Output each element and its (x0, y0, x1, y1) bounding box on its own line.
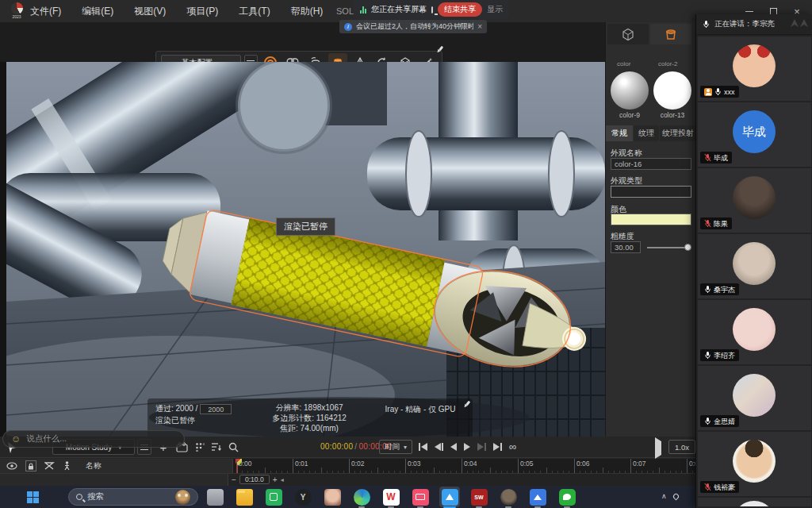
lock-icon[interactable] (25, 460, 36, 471)
emoji-icon[interactable]: ☺ (11, 433, 21, 444)
menu-item[interactable]: 文件(F) (30, 5, 61, 18)
viewport-3d-scene[interactable]: 渲染已暂停 通过: 2000 / 2000 渲染已暂停 分辨率: 1898x10… (6, 62, 605, 437)
timeline-zoom-row: − 0:10.0 + ◂ (0, 473, 812, 486)
menu-item[interactable]: 帮助(H) (291, 5, 324, 18)
skip-end-button[interactable] (493, 443, 502, 451)
playback-speed-dropdown[interactable]: 1.0x (668, 440, 695, 454)
participant-avatar (733, 176, 776, 219)
visibility-eye-icon[interactable] (6, 462, 17, 470)
meeting-header: 正在讲话：李宗亮 (696, 14, 812, 35)
participant-tile[interactable] (698, 498, 811, 506)
step-forward-button[interactable] (477, 443, 486, 451)
play-reverse-button[interactable] (450, 443, 457, 451)
appearance-type-dropdown[interactable] (611, 186, 691, 198)
passes-input[interactable]: 2000 (200, 404, 232, 414)
taskbar-app-wechat[interactable] (557, 487, 577, 507)
roughness-slider[interactable] (647, 247, 690, 248)
tab-models[interactable] (607, 24, 649, 44)
participant-tile[interactable]: 钱裕豪 (698, 432, 811, 496)
slider-handle[interactable] (684, 244, 691, 251)
ruler-label: 0:05 (520, 460, 534, 468)
participant-tile[interactable]: 毕成毕成 (698, 102, 811, 167)
curve-zigzag-icon[interactable] (44, 462, 55, 470)
participant-avatar (733, 440, 776, 483)
timeline-zoom-input[interactable]: 0:10.0 (239, 475, 270, 484)
step-back-button[interactable] (435, 443, 443, 451)
participant-name-chip: 李绍齐 (700, 349, 739, 361)
taskbar-app-contact[interactable] (322, 487, 343, 507)
polygons-text: 多边形计数: 1164212 (272, 414, 347, 422)
taskbar-app-folder[interactable] (234, 487, 255, 507)
toast-close-icon[interactable]: × (477, 22, 482, 31)
tray-chevron-up-icon[interactable]: ∧ (661, 492, 667, 500)
taskbar-app-sw[interactable]: SW (469, 487, 489, 507)
ruler-label: 0:01 (295, 460, 308, 468)
host-badge-icon (704, 88, 712, 96)
swatch-label-partial: color (617, 60, 630, 67)
ruler-label: 0:07 (633, 460, 646, 468)
flag-icon[interactable] (655, 441, 661, 456)
search-input[interactable]: 搜索 (68, 488, 198, 506)
participant-tile[interactable]: 陈果 (698, 168, 811, 233)
tab-texture-mapping[interactable]: 纹理投射 (660, 125, 696, 141)
search-icon[interactable] (225, 439, 241, 455)
mic-on-icon (704, 351, 711, 360)
animation-walk-icon[interactable] (63, 461, 71, 471)
ruler-label: 0:03 (408, 460, 421, 468)
person-dark-icon (500, 489, 517, 506)
participant-name: 陈果 (714, 220, 728, 228)
mic-muted-icon (704, 153, 711, 162)
participant-avatar (733, 308, 776, 351)
taskbar-app-store[interactable] (263, 487, 284, 507)
mic-on-icon (703, 20, 710, 29)
menu-item[interactable]: 视图(V) (134, 5, 166, 18)
time-mode-dropdown[interactable]: 时间 ▾ (379, 440, 412, 454)
timeline-zoom-controls: − 0:10.0 + ◂ (232, 475, 284, 484)
menu-item[interactable]: 编辑(E) (82, 5, 113, 18)
taskbar-app-pink-app[interactable] (410, 487, 431, 507)
tab-texture[interactable]: 纹理 (634, 125, 659, 141)
pc-icon (207, 489, 224, 506)
start-button[interactable] (27, 491, 39, 503)
participant-tile[interactable]: 金思婧 (698, 366, 811, 430)
search-highlight-owl-icon[interactable] (175, 490, 190, 505)
sort-button[interactable] (209, 439, 224, 455)
taskbar-app-person-dark[interactable] (498, 487, 519, 507)
taskbar: 搜索 YWSW ∧ (0, 486, 812, 508)
swatch-sphere-color-13[interactable] (653, 71, 691, 110)
taskbar-app-pc[interactable] (205, 487, 225, 507)
taskbar-app-meeting[interactable] (439, 487, 460, 507)
loop-button[interactable]: ∞ (509, 443, 516, 451)
track-header: 名称 (0, 459, 233, 473)
skip-start-button[interactable] (419, 443, 427, 451)
participant-tile[interactable]: xxx (698, 37, 811, 101)
participant-name: 桑宇杰 (714, 286, 735, 294)
zoom-in-button[interactable]: + (273, 475, 278, 484)
taskbar-app-wps[interactable]: W (381, 487, 401, 507)
swatch-sphere-color-9[interactable] (611, 71, 649, 110)
roughness-input[interactable]: 30.00 (611, 241, 641, 253)
swatch-label-partial: color-2 (658, 60, 677, 67)
participant-tile[interactable]: 李绍齐 (698, 300, 811, 364)
menu-item[interactable]: 项目(P) (186, 5, 218, 18)
participant-name-chip: 金思婧 (700, 415, 739, 427)
tab-appearances[interactable] (650, 24, 691, 44)
appearance-name-input[interactable]: color-16 (611, 158, 691, 170)
wps-icon: W (383, 489, 400, 506)
model-cube-icon (620, 26, 636, 42)
color-swatch[interactable] (611, 214, 691, 225)
taskbar-app-docs-blue[interactable] (527, 487, 548, 507)
menu-item[interactable]: 工具(T) (239, 5, 270, 18)
meeting-chat-bubble[interactable]: ☺ 说点什么... (2, 430, 185, 448)
play-button[interactable] (464, 443, 470, 451)
end-share-button[interactable]: 结束共享 (438, 2, 482, 17)
grid-view-button[interactable] (192, 439, 208, 455)
collapse-arrow-icon[interactable]: ◂ (281, 476, 284, 483)
taskbar-app-y-app[interactable]: Y (293, 487, 313, 507)
taskbar-app-edge[interactable] (351, 487, 372, 507)
tab-general[interactable]: 常规 (606, 125, 633, 141)
zoom-out-button[interactable]: − (232, 475, 236, 484)
app-logo-icon: 2023 (7, 2, 26, 20)
participant-tile[interactable]: 桑宇杰 (698, 234, 811, 298)
folder-icon (236, 489, 253, 506)
